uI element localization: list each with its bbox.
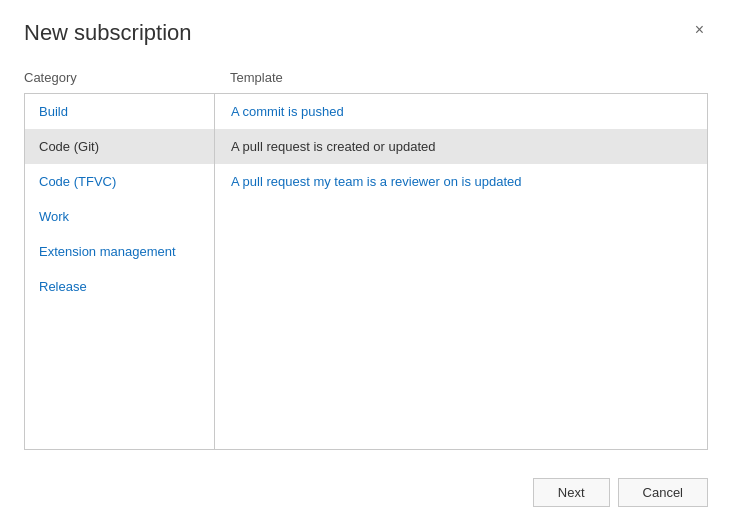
columns-body: BuildCode (Git)Code (TFVC)WorkExtension … — [24, 93, 708, 450]
close-button[interactable]: × — [691, 22, 708, 38]
category-item-code-git[interactable]: Code (Git) — [25, 129, 214, 164]
dialog-footer: Next Cancel — [0, 466, 732, 523]
category-list: BuildCode (Git)Code (TFVC)WorkExtension … — [25, 94, 215, 449]
dialog-body: Category Template BuildCode (Git)Code (T… — [0, 58, 732, 466]
category-item-code-tfvc[interactable]: Code (TFVC) — [25, 164, 214, 199]
template-item-commit-pushed[interactable]: A commit is pushed — [215, 94, 707, 129]
template-list: A commit is pushedA pull request is crea… — [215, 94, 707, 449]
template-column-header: Template — [230, 70, 708, 85]
new-subscription-dialog: New subscription × Category Template Bui… — [0, 0, 732, 523]
cancel-button[interactable]: Cancel — [618, 478, 708, 507]
category-item-work[interactable]: Work — [25, 199, 214, 234]
template-item-pull-request-created[interactable]: A pull request is created or updated — [215, 129, 707, 164]
template-item-pull-request-reviewer[interactable]: A pull request my team is a reviewer on … — [215, 164, 707, 199]
next-button[interactable]: Next — [533, 478, 610, 507]
dialog-title: New subscription — [24, 20, 192, 46]
dialog-header: New subscription × — [0, 0, 732, 58]
category-item-extension-management[interactable]: Extension management — [25, 234, 214, 269]
columns-header: Category Template — [24, 70, 708, 85]
category-item-release[interactable]: Release — [25, 269, 214, 304]
category-item-build[interactable]: Build — [25, 94, 214, 129]
category-column-header: Category — [24, 70, 214, 85]
